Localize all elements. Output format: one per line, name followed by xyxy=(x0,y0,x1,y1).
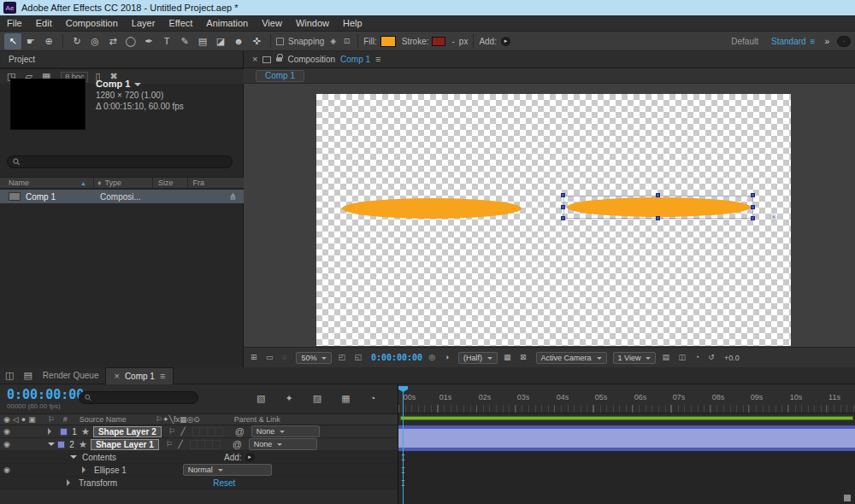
menu-window[interactable]: Window xyxy=(289,18,336,28)
hand-tool-icon[interactable]: ☛ xyxy=(22,33,39,50)
camera-dropdown[interactable]: Active Camera xyxy=(536,352,607,364)
composition-thumbnail[interactable] xyxy=(10,79,86,130)
tab-comp-1[interactable]: × Comp 1 ≡ xyxy=(105,367,174,384)
workspace-menu-icon[interactable]: ≡ xyxy=(811,37,816,46)
column-divider[interactable] xyxy=(187,178,188,188)
stroke-color-swatch[interactable] xyxy=(432,37,445,46)
panel-menu-icon[interactable]: ≡ xyxy=(160,372,165,381)
column-frames[interactable]: Fra xyxy=(193,179,205,187)
expander-icon[interactable] xyxy=(82,466,89,473)
layer-color-chip[interactable] xyxy=(57,441,65,448)
magnification-dropdown[interactable]: 50% xyxy=(296,352,332,364)
rotation-tool-icon[interactable]: ↻ xyxy=(68,33,86,50)
selection-handle[interactable] xyxy=(751,193,755,197)
selection-handle[interactable] xyxy=(561,205,565,209)
add-property-button[interactable]: ▸ xyxy=(501,37,510,46)
shape-ellipse-left[interactable] xyxy=(342,198,522,219)
timeline-zoom-grip[interactable] xyxy=(844,495,851,501)
snapping-checkbox[interactable] xyxy=(276,38,284,45)
contents-label[interactable]: Contents xyxy=(82,453,116,462)
project-item-row[interactable]: Comp 1 Composi... ⋔ xyxy=(0,190,244,203)
type-tool-icon[interactable]: T xyxy=(158,33,175,50)
menu-animation[interactable]: Animation xyxy=(199,18,255,28)
time-ruler[interactable]: 00s 01s 02s 03s 04s 05s 06s 07s 08s 09s … xyxy=(398,384,855,413)
composition-tab-prefix[interactable]: Composition xyxy=(287,55,335,64)
composition-canvas[interactable]: ✳ xyxy=(316,94,791,346)
selection-handle[interactable] xyxy=(561,216,565,220)
roto-brush-tool-icon[interactable]: ☻ xyxy=(230,33,247,50)
workspace-default[interactable]: Default xyxy=(731,37,758,46)
snap-options-icons[interactable]: ◈ ⊡ xyxy=(330,38,352,45)
expander-icon[interactable] xyxy=(67,479,74,486)
workspace-standard[interactable]: Standard xyxy=(771,37,806,46)
panel-menu-icon[interactable]: ≡ xyxy=(375,55,380,64)
transform-label[interactable]: Transform xyxy=(79,478,117,488)
menu-view[interactable]: View xyxy=(255,18,289,28)
menu-help[interactable]: Help xyxy=(336,18,369,28)
selection-handle[interactable] xyxy=(751,216,755,220)
pickwhip-icon[interactable]: @ xyxy=(233,440,242,449)
layer-switch-cells[interactable] xyxy=(192,427,223,437)
ellipse-group-row[interactable]: ◉ Ellipse 1 Normal xyxy=(0,464,398,477)
brush-tool-icon[interactable]: ✎ xyxy=(176,33,193,50)
composition-tab-comp-name[interactable]: Comp 1 xyxy=(340,55,370,64)
layer-switches-icons[interactable]: ⚐ ╱ xyxy=(166,441,185,448)
parent-dropdown[interactable]: None xyxy=(251,425,320,437)
current-time-display[interactable]: 0:00:00:00 xyxy=(7,387,84,402)
puppet-pin-tool-icon[interactable]: ✜ xyxy=(248,33,265,50)
selection-tool-icon[interactable]: ↖ xyxy=(4,33,21,50)
column-source-name[interactable]: Source Name xyxy=(80,415,127,424)
layer-name[interactable]: Shape Layer 2 xyxy=(93,426,162,437)
fill-color-swatch[interactable] xyxy=(380,36,396,47)
view-layout-dropdown[interactable]: 1 View xyxy=(613,352,657,364)
column-name[interactable]: Name xyxy=(0,179,29,187)
camera-tool-icon[interactable]: ◎ xyxy=(86,33,103,50)
timeline-search-input[interactable] xyxy=(95,393,192,402)
pen-tool-icon[interactable]: ✒ xyxy=(140,33,157,50)
eraser-tool-icon[interactable]: ◪ xyxy=(212,33,229,50)
close-icon[interactable]: × xyxy=(114,372,119,381)
expander-icon[interactable] xyxy=(48,442,55,449)
stroke-width-value[interactable]: - xyxy=(451,37,454,46)
reset-link[interactable]: Reset xyxy=(213,478,235,488)
menu-edit[interactable]: Edit xyxy=(29,18,59,28)
timeline-search[interactable] xyxy=(79,391,198,404)
workspace-overflow-chevron[interactable]: » xyxy=(824,37,829,46)
transparency-grid-icons[interactable]: ▦ ⊠ xyxy=(504,354,530,361)
layer-color-chip[interactable] xyxy=(60,428,68,436)
exposure-value[interactable]: +0.0 xyxy=(724,354,740,362)
add-shape-button[interactable]: ▸ xyxy=(245,453,255,462)
snapshot-icons[interactable]: ◎ ◑ xyxy=(428,354,452,361)
menu-composition[interactable]: Composition xyxy=(59,18,125,28)
tab-project[interactable]: Project xyxy=(9,55,35,64)
shape-tool-icon[interactable]: ◯ xyxy=(122,33,139,50)
project-search-input[interactable] xyxy=(24,157,227,167)
timeline-track-area[interactable]: 00s 01s 02s 03s 04s 05s 06s 07s 08s 09s … xyxy=(398,384,855,504)
tab-render-queue[interactable]: Render Queue xyxy=(43,371,99,380)
selection-handle[interactable] xyxy=(751,205,755,209)
work-area-bar[interactable] xyxy=(400,416,853,420)
network-flowchart-icon[interactable]: ⋔ xyxy=(229,192,237,202)
selection-handle[interactable] xyxy=(561,193,565,197)
transform-row[interactable]: Transform Reset xyxy=(0,477,398,489)
pan-behind-tool-icon[interactable]: ⇄ xyxy=(104,33,121,50)
layer-row-2[interactable]: ◉ 2 ★ Shape Layer 1 ⚐ ╱ @ None xyxy=(0,438,398,451)
blend-mode-dropdown[interactable]: Normal xyxy=(183,464,272,476)
workspace-search-box[interactable] xyxy=(837,36,851,47)
layer-name[interactable]: Shape Layer 1 xyxy=(91,439,159,450)
ellipse-group-label[interactable]: Ellipse 1 xyxy=(94,466,127,475)
timeline-view-option-icons[interactable]: ▧ ✦ ▨ ▦ ◔ xyxy=(256,394,384,403)
viewer-footer-right-icons[interactable]: ▤ ◫ ◔ ↺ xyxy=(662,354,718,361)
pickwhip-icon[interactable]: @ xyxy=(235,427,245,437)
eye-icon[interactable]: ◉ xyxy=(0,428,14,436)
viewer-footer-left-icons[interactable]: ⊞ ▭ ◌ xyxy=(251,354,290,361)
expander-icon[interactable] xyxy=(70,455,77,462)
contents-row[interactable]: Contents Add: ▸ xyxy=(0,451,398,464)
layer-row-1[interactable]: ◉ 1 ★ Shape Layer 2 ⚐ ╱ @ None xyxy=(0,425,398,438)
layer-duration-bars[interactable] xyxy=(398,425,855,451)
layer-switches-icons[interactable]: ⚐ ╱ xyxy=(168,428,187,436)
roi-and-grid-icons[interactable]: ◰ ◱ xyxy=(338,354,365,361)
column-type[interactable]: Type xyxy=(105,179,122,187)
eye-icon[interactable]: ◉ xyxy=(0,466,14,474)
expander-icon[interactable] xyxy=(48,428,55,435)
